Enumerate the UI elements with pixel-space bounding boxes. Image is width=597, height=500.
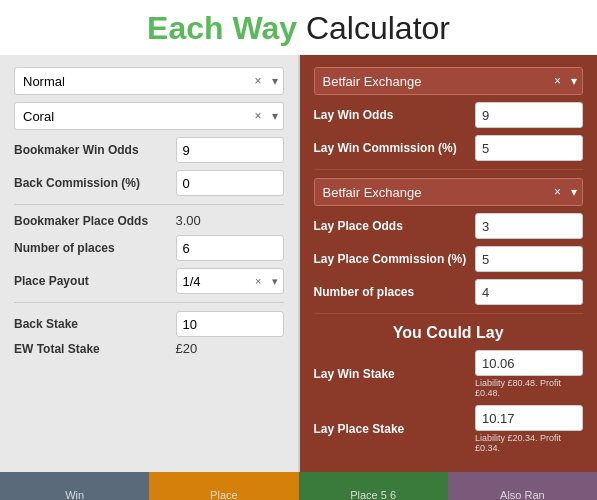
ew-total-row: EW Total Stake £20 [14,341,284,356]
bottom-bar: Win Profit £-0.82 Place Profit £-0.78 Pl… [0,472,597,500]
right-divider-1 [314,169,584,170]
num-places-input[interactable] [176,235,284,261]
bottom-win-label: Win [65,489,84,500]
lay-win-stake-label: Lay Win Stake [314,367,476,381]
lay-place-commission-label: Lay Place Commission (%) [314,252,476,266]
bookmaker-select[interactable]: Coral [14,102,284,130]
lay-win-odds-input[interactable] [475,102,583,128]
lay-win-stake-input[interactable] [475,350,583,376]
back-stake-label: Back Stake [14,317,176,331]
num-places-row: Number of places [14,235,284,261]
place-odds-row: Bookmaker Place Odds 3.00 [14,213,284,228]
win-odds-label: Bookmaker Win Odds [14,143,176,157]
lay-place-stake-input[interactable] [475,405,583,431]
lay-win-liability-text: Liability £80.48. Profit £0.48. [475,378,583,398]
lay-win-stake-row: Lay Win Stake Liability £80.48. Profit £… [314,350,584,398]
right-divider-2 [314,313,584,314]
lay-win-exchange-select-wrapper: Betfair Exchange × ▾ [314,67,584,95]
right-num-places-label: Number of places [314,285,476,299]
title-green: Each Way [147,10,297,46]
right-panel: Betfair Exchange × ▾ Lay Win Odds Lay Wi… [300,55,598,472]
title-normal: Calculator [306,10,450,46]
page-title: Each Way Calculator [0,10,597,47]
lay-win-commission-input[interactable] [475,135,583,161]
bottom-win-cell: Win Profit £-0.82 [0,472,149,500]
lay-place-stake-row: Lay Place Stake Liability £20.34. Profit… [314,405,584,453]
bottom-alsoRan-label: Also Ran [500,489,545,500]
lay-win-odds-row: Lay Win Odds [314,102,584,128]
lay-win-commission-label: Lay Win Commission (%) [314,141,476,155]
bookmaker-select-wrapper: Coral × ▾ [14,102,284,130]
you-could-lay-title: You Could Lay [393,324,504,341]
num-places-label: Number of places [14,241,176,255]
back-commission-label: Back Commission (%) [14,176,176,190]
lay-place-odds-input[interactable] [475,213,583,239]
bottom-alsoRan-cell: Also Ran Profit £-0.78 [448,472,597,500]
bottom-place56-cell: Place 5 6 Profit £29.22 [299,472,448,500]
lay-place-liability-text: Liability £20.34. Profit £0.34. [475,433,583,453]
you-could-lay-section: You Could Lay [314,324,584,342]
back-commission-input[interactable] [176,170,284,196]
header: Each Way Calculator [0,0,597,55]
place-odds-value: 3.00 [176,213,284,228]
lay-place-commission-row: Lay Place Commission (%) [314,246,584,272]
win-odds-row: Bookmaker Win Odds [14,137,284,163]
back-stake-row: Back Stake [14,311,284,337]
win-odds-input[interactable] [176,137,284,163]
place-payout-label: Place Payout [14,274,176,288]
ew-total-label: EW Total Stake [14,342,176,356]
ew-total-value: £20 [176,341,284,356]
main-content: Normal × ▾ Coral × ▾ Bookmaker Win Odds [0,55,597,472]
lay-place-odds-row: Lay Place Odds [314,213,584,239]
place-payout-row: Place Payout 1/4 1/5 × ▾ [14,268,284,294]
bottom-place-label: Place [210,489,238,500]
lay-place-exchange-select-wrapper: Betfair Exchange × ▾ [314,178,584,206]
lay-win-commission-row: Lay Win Commission (%) [314,135,584,161]
back-stake-input[interactable] [176,311,284,337]
lay-place-stake-label: Lay Place Stake [314,422,476,436]
bottom-place-cell: Place Profit £-0.78 [149,472,298,500]
bet-type-select-wrapper: Normal × ▾ [14,67,284,95]
lay-place-exchange-select[interactable]: Betfair Exchange [314,178,584,206]
bottom-place56-label: Place 5 6 [350,489,396,500]
lay-place-odds-label: Lay Place Odds [314,219,476,233]
lay-win-odds-label: Lay Win Odds [314,108,476,122]
divider-2 [14,302,284,303]
right-num-places-input[interactable] [475,279,583,305]
place-odds-label: Bookmaker Place Odds [14,214,176,228]
lay-place-commission-input[interactable] [475,246,583,272]
left-panel: Normal × ▾ Coral × ▾ Bookmaker Win Odds [0,55,300,472]
lay-win-exchange-select[interactable]: Betfair Exchange [314,67,584,95]
bet-type-select[interactable]: Normal [14,67,284,95]
divider-1 [14,204,284,205]
place-payout-select[interactable]: 1/4 1/5 [176,268,284,294]
page-wrapper: Each Way Calculator Normal × ▾ Coral × ▾ [0,0,597,500]
back-commission-row: Back Commission (%) [14,170,284,196]
right-num-places-row: Number of places [314,279,584,305]
